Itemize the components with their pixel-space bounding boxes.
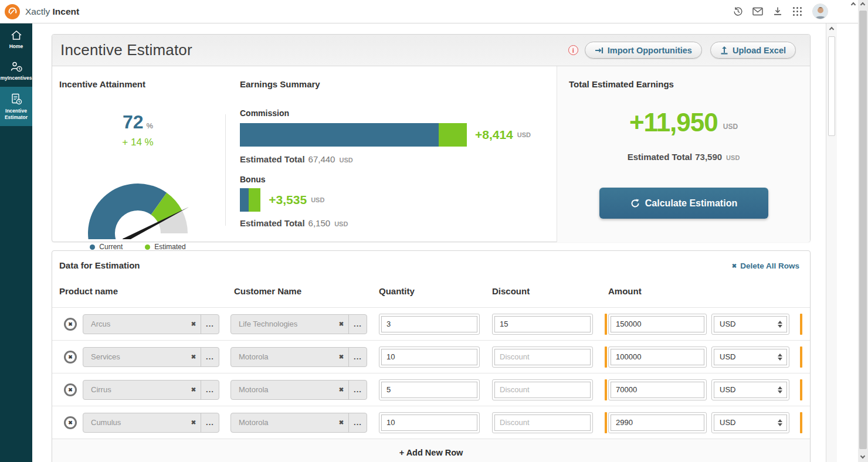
currency-value: USD — [714, 352, 774, 361]
quantity-input[interactable] — [381, 349, 477, 365]
sidebar-item-myincentives[interactable]: myIncentives — [0, 55, 32, 87]
browse-button[interactable]: ... — [348, 381, 367, 399]
commission-delta: +8,414 — [475, 128, 513, 142]
quantity-input[interactable] — [381, 415, 477, 431]
clear-icon[interactable]: ✖ — [334, 354, 348, 360]
quantity-input[interactable] — [381, 382, 477, 398]
remove-row-button[interactable]: ✖ — [64, 351, 77, 364]
amount-input[interactable] — [611, 382, 704, 398]
column-customer: Customer Name — [234, 286, 301, 296]
amount-field — [608, 346, 707, 368]
browse-button[interactable]: ... — [201, 413, 219, 432]
download-icon[interactable] — [772, 6, 783, 17]
attainment-number: 72 — [123, 111, 144, 133]
remove-row-button[interactable]: ✖ — [64, 416, 77, 429]
discount-input[interactable] — [494, 415, 591, 431]
scroll-down-icon[interactable] — [860, 454, 865, 458]
customer-combobox[interactable]: Motorola ✖ ... — [230, 413, 367, 433]
calculate-estimation-button[interactable]: Calculate Estimation — [599, 188, 768, 219]
browse-button[interactable]: ... — [201, 381, 219, 399]
upload-label: Upload Excel — [733, 46, 786, 55]
history-icon[interactable] — [733, 6, 743, 17]
xactly-logo-icon[interactable] — [5, 4, 20, 19]
sidebar-item-home[interactable]: Home — [0, 23, 32, 55]
sidebar-item-label: Incentive Estimator — [1, 108, 31, 121]
content-scrollbar[interactable] — [826, 23, 837, 462]
scroll-up-icon[interactable] — [829, 27, 834, 32]
browse-button[interactable]: ... — [348, 315, 367, 334]
discount-field — [492, 412, 593, 433]
scrollbar-thumb[interactable] — [859, 11, 867, 449]
clear-icon[interactable]: ✖ — [334, 386, 348, 393]
discount-input[interactable] — [494, 349, 591, 365]
product-combobox[interactable]: Cirrus ✖ ... — [83, 380, 219, 400]
discount-input[interactable] — [494, 316, 591, 332]
table-row: ✖ Arcus ✖ ... Life Technologies ✖ ... US… — [52, 307, 810, 340]
upload-icon — [720, 46, 728, 55]
product-value: Services — [83, 352, 187, 361]
remove-x-icon: ✖ — [68, 354, 73, 360]
bonus-estimated-bar — [249, 188, 260, 212]
commission-current-bar — [240, 123, 439, 147]
total-estimated-earnings-panel: Total Estimated Earnings +11,950 USD Est… — [557, 66, 810, 242]
delete-all-rows-button[interactable]: ✖ Delete All Rows — [732, 261, 799, 270]
scroll-up-icon[interactable] — [860, 2, 865, 7]
sidebar-item-incentive-estimator[interactable]: Incentive Estimator — [0, 87, 32, 126]
page-scrollbar[interactable] — [858, 0, 868, 462]
customer-combobox[interactable]: Life Technologies ✖ ... — [230, 314, 367, 334]
customer-combobox[interactable]: Motorola ✖ ... — [230, 347, 367, 367]
currency-select[interactable]: USD — [711, 314, 789, 335]
remove-row-button[interactable]: ✖ — [64, 318, 77, 331]
currency-select[interactable]: USD — [711, 412, 789, 433]
bonus-estimated-total: Estimated Total6,150USD — [240, 218, 348, 228]
import-opportunities-button[interactable]: Import Opportunities — [585, 42, 702, 59]
browse-button[interactable]: ... — [201, 315, 219, 334]
browse-button[interactable]: ... — [348, 348, 367, 366]
amount-input[interactable] — [611, 415, 704, 431]
amount-field — [608, 379, 707, 400]
bonus-delta: +3,535 — [269, 193, 307, 207]
browse-button[interactable]: ... — [201, 348, 219, 366]
amount-input[interactable] — [611, 316, 704, 332]
alert-info-icon[interactable]: i — [568, 45, 578, 55]
currency-select[interactable]: USD — [711, 346, 789, 368]
delete-x-icon: ✖ — [732, 263, 737, 269]
scrollbar-thumb[interactable] — [828, 36, 835, 136]
add-row-label: + Add New Row — [399, 448, 463, 457]
amount-input[interactable] — [611, 349, 704, 365]
legend-item-estimated: Estimated — [145, 243, 185, 251]
attainment-title: Incentive Attainment — [59, 79, 145, 89]
currency-select[interactable]: USD — [711, 379, 789, 400]
product-combobox[interactable]: Arcus ✖ ... — [83, 314, 219, 334]
quantity-field — [379, 379, 480, 400]
quantity-input[interactable] — [381, 316, 477, 332]
clear-icon[interactable]: ✖ — [187, 354, 201, 360]
browse-button[interactable]: ... — [348, 413, 367, 432]
product-combobox[interactable]: Services ✖ ... — [83, 347, 219, 367]
column-product: Product name — [59, 286, 118, 296]
customer-combobox[interactable]: Motorola ✖ ... — [230, 380, 367, 400]
estimated-total-value: 73,590 — [695, 152, 722, 162]
remove-row-button[interactable]: ✖ — [64, 383, 77, 396]
sidebar-item-label: Home — [9, 43, 23, 50]
add-new-row-button[interactable]: + Add New Row — [52, 439, 810, 462]
user-avatar[interactable] — [812, 4, 828, 19]
clear-icon[interactable]: ✖ — [187, 419, 201, 426]
quantity-field — [379, 314, 480, 335]
estimated-dot-icon — [145, 244, 150, 250]
attainment-gauge — [70, 151, 205, 239]
clear-icon[interactable]: ✖ — [187, 386, 201, 393]
upload-excel-button[interactable]: Upload Excel — [710, 42, 796, 59]
bonus-label: Bonus — [240, 175, 266, 184]
clear-icon[interactable]: ✖ — [334, 321, 348, 327]
discount-input[interactable] — [494, 382, 591, 398]
apps-grid-icon[interactable] — [792, 6, 803, 17]
clear-icon[interactable]: ✖ — [187, 321, 201, 327]
legend-label: Estimated — [154, 243, 185, 251]
product-combobox[interactable]: Cumulus ✖ ... — [83, 413, 219, 433]
estimated-total-currency: USD — [339, 157, 352, 164]
select-spinner-icon — [774, 419, 786, 426]
mail-icon[interactable] — [752, 6, 763, 17]
total-delta: +11,950 — [629, 108, 718, 137]
clear-icon[interactable]: ✖ — [334, 419, 348, 426]
